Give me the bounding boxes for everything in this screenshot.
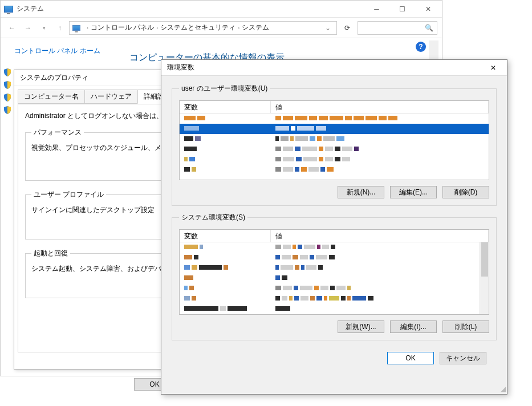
new-user-var-button[interactable]: 新規(N)...	[338, 186, 384, 198]
list-row[interactable]	[180, 283, 489, 294]
forward-button[interactable]: →	[21, 21, 35, 35]
maximize-button[interactable]: ☐	[389, 1, 415, 18]
chevron-right-icon: ›	[87, 25, 88, 31]
user-variables-group: user のユーザー環境変数(U) 変数 値	[172, 84, 497, 206]
tab-hardware[interactable]: ハードウェア	[84, 90, 138, 104]
chevron-right-icon: ›	[156, 25, 158, 31]
system-variables-group: システム環境変数(S) 変数 値	[172, 213, 497, 340]
breadcrumb-item[interactable]: システム	[242, 23, 269, 33]
sidebar: コントロール パネル ホーム	[1, 38, 115, 60]
system-icon	[4, 6, 13, 13]
refresh-button[interactable]: ⟳	[339, 21, 355, 35]
address-dropdown[interactable]: ⌄	[322, 24, 334, 32]
column-variable[interactable]: 変数	[180, 101, 271, 113]
history-dropdown[interactable]: ▾	[37, 21, 51, 35]
environment-variables-dialog: 環境変数 ✕ user のユーザー環境変数(U) 変数 値	[161, 59, 507, 395]
cancel-button[interactable]: キャンセル	[440, 352, 486, 364]
list-row-selected[interactable]	[180, 124, 489, 134]
search-icon: 🔍	[425, 24, 433, 32]
column-value[interactable]: 値	[271, 101, 489, 113]
list-row[interactable]	[180, 273, 489, 283]
chevron-right-icon: ›	[238, 25, 239, 31]
list-row[interactable]	[180, 304, 489, 314]
list-row[interactable]	[180, 263, 489, 273]
minimize-button[interactable]: ─	[364, 1, 389, 18]
env-titlebar: 環境変数 ✕	[161, 60, 507, 76]
breadcrumb-item[interactable]: システムとセキュリティ	[160, 23, 235, 33]
user-variables-list[interactable]: 変数 値	[179, 100, 489, 180]
back-button[interactable]: ←	[5, 21, 19, 35]
list-row[interactable]	[180, 242, 489, 253]
tab-computer-name[interactable]: コンピューター名	[18, 90, 85, 104]
delete-user-var-button[interactable]: 削除(D)	[442, 186, 489, 198]
shield-icons	[3, 68, 12, 115]
close-button[interactable]: ✕	[415, 1, 441, 18]
list-row[interactable]	[180, 144, 489, 155]
column-value[interactable]: 値	[271, 230, 489, 242]
list-row[interactable]	[180, 294, 489, 304]
close-button[interactable]: ✕	[482, 60, 505, 76]
up-button[interactable]: ↑	[53, 21, 67, 35]
resize-grip[interactable]: ◢	[501, 385, 506, 393]
group-performance-title: パフォーマンス	[31, 128, 84, 137]
system-title: システム	[17, 4, 364, 14]
user-variables-legend: user のユーザー環境変数(U)	[179, 84, 270, 94]
breadcrumb-item[interactable]: コントロール パネル	[91, 23, 154, 33]
system-titlebar: システム ─ ☐ ✕	[1, 1, 442, 18]
list-row[interactable]	[180, 113, 489, 124]
system-variables-legend: システム環境変数(S)	[179, 213, 247, 222]
group-startup-recovery-title: 起動と回復	[31, 249, 70, 258]
edit-sys-var-button[interactable]: 編集(I)...	[390, 320, 437, 333]
search-input[interactable]: 🔍	[358, 21, 437, 35]
system-variables-list[interactable]: 変数 値	[179, 229, 489, 315]
list-header: 変数 値	[180, 230, 489, 242]
address-bar[interactable]: › コントロール パネル › システムとセキュリティ › システム ⌄	[69, 21, 337, 35]
env-title: 環境変数	[167, 63, 194, 72]
ok-button[interactable]: OK	[387, 352, 434, 364]
list-header: 変数 値	[180, 101, 489, 113]
column-variable[interactable]: 変数	[180, 230, 271, 242]
delete-sys-var-button[interactable]: 削除(L)	[442, 320, 489, 333]
list-row[interactable]	[180, 134, 489, 144]
list-row[interactable]	[180, 155, 489, 165]
shield-icon	[3, 93, 12, 102]
list-row[interactable]	[180, 253, 489, 263]
address-icon	[72, 25, 80, 30]
shield-icon	[3, 80, 12, 90]
new-sys-var-button[interactable]: 新規(W)...	[338, 320, 384, 333]
shield-icon	[3, 68, 12, 77]
help-icon[interactable]: ?	[416, 42, 426, 52]
edit-user-var-button[interactable]: 編集(E)...	[390, 186, 437, 198]
group-user-profiles-title: ユーザー プロファイル	[31, 190, 106, 200]
nav-toolbar: ← → ▾ ↑ › コントロール パネル › システムとセキュリティ › システ…	[1, 18, 442, 38]
list-scrollbar[interactable]	[480, 242, 489, 314]
list-row[interactable]	[180, 165, 489, 175]
shield-icon	[3, 105, 12, 115]
sidebar-link-home[interactable]: コントロール パネル ホーム	[14, 46, 108, 56]
